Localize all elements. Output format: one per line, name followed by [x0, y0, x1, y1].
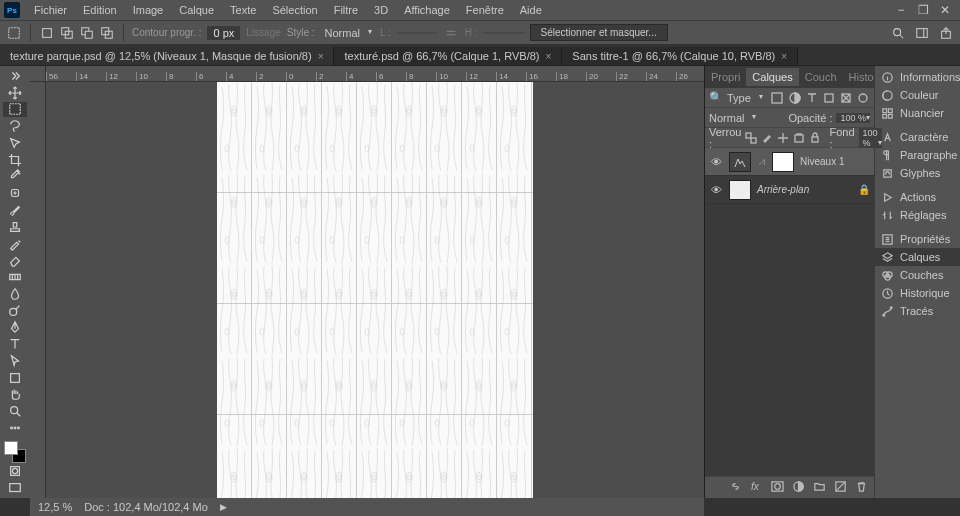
menu-file[interactable]: Fichier — [26, 0, 75, 20]
menu-text[interactable]: Texte — [222, 0, 264, 20]
lock-paint-icon[interactable] — [761, 131, 773, 145]
style-dropdown[interactable]: Normal — [321, 26, 374, 40]
layer-thumb[interactable] — [729, 180, 751, 200]
close-icon[interactable]: × — [545, 51, 551, 62]
stamp-tool[interactable] — [3, 219, 27, 235]
select-and-mask-button[interactable]: Sélectionner et masquer... — [530, 24, 668, 41]
layer-name[interactable]: Niveaux 1 — [800, 156, 844, 167]
blur-tool[interactable] — [3, 286, 27, 302]
tab-layers[interactable]: Calques — [746, 68, 798, 86]
menu-3d[interactable]: 3D — [366, 0, 396, 20]
lock-nest-icon[interactable] — [793, 131, 805, 145]
filter-toggle[interactable] — [857, 91, 870, 105]
blend-mode-dropdown[interactable]: Normal — [709, 112, 756, 124]
chevron-right-icon[interactable]: ▶ — [220, 502, 227, 512]
ruler-origin[interactable] — [30, 66, 46, 82]
adj-thumb[interactable] — [729, 152, 751, 172]
menu-edit[interactable]: Edition — [75, 0, 125, 20]
expand-toolbox[interactable] — [3, 68, 27, 84]
type-tool[interactable] — [3, 336, 27, 352]
filter-type-icon[interactable] — [805, 91, 818, 105]
rail-adjustments[interactable]: Réglages — [875, 206, 960, 224]
marquee-tool[interactable] — [3, 102, 27, 118]
mask-icon[interactable] — [771, 480, 784, 495]
opacity-input[interactable]: 100 % — [836, 113, 870, 123]
zoom-tool[interactable] — [3, 403, 27, 419]
link-layers-icon[interactable] — [729, 480, 742, 495]
fill-input[interactable]: 100 % — [859, 128, 882, 148]
trash-icon[interactable] — [855, 480, 868, 495]
tab-channels[interactable]: Couch — [799, 68, 843, 86]
tab-properties[interactable]: Propri — [705, 68, 746, 86]
new-layer-icon[interactable] — [834, 480, 847, 495]
menu-layer[interactable]: Calque — [171, 0, 222, 20]
quick-mask[interactable] — [3, 464, 27, 480]
history-brush-tool[interactable] — [3, 236, 27, 252]
menu-image[interactable]: Image — [125, 0, 172, 20]
rail-glyphs[interactable]: Glyphes — [875, 164, 960, 182]
brush-tool[interactable] — [3, 202, 27, 218]
pen-tool[interactable] — [3, 319, 27, 335]
crop-tool[interactable] — [3, 152, 27, 168]
lasso-tool[interactable] — [3, 118, 27, 134]
visibility-icon[interactable]: 👁 — [709, 184, 723, 196]
tab-doc-3[interactable]: Sans titre-1 @ 66,7% (Calque 10, RVB/8)× — [562, 47, 798, 65]
rail-swatches[interactable]: Nuancier — [875, 104, 960, 122]
filter-shape-icon[interactable] — [822, 91, 835, 105]
ruler-vertical[interactable] — [30, 82, 46, 498]
color-swatch[interactable] — [4, 441, 26, 463]
visibility-icon[interactable]: 👁 — [709, 156, 723, 168]
eyedropper-tool[interactable] — [3, 169, 27, 185]
lock-all-icon[interactable] — [809, 131, 821, 145]
edit-toolbar[interactable] — [3, 420, 27, 436]
rail-history[interactable]: Historique — [875, 284, 960, 302]
filter-adj-icon[interactable] — [788, 91, 801, 105]
filter-pixel-icon[interactable] — [771, 91, 784, 105]
menu-select[interactable]: Sélection — [264, 0, 325, 20]
viewport[interactable] — [46, 82, 704, 498]
menu-window[interactable]: Fenêtre — [458, 0, 512, 20]
menu-help[interactable]: Aide — [512, 0, 550, 20]
lock-pos-icon[interactable] — [777, 131, 789, 145]
menu-view[interactable]: Affichage — [396, 0, 458, 20]
shape-tool[interactable] — [3, 370, 27, 386]
rail-informations[interactable]: Informations — [875, 68, 960, 86]
search-icon[interactable] — [890, 25, 906, 41]
mask-thumb[interactable] — [772, 152, 794, 172]
layer-row[interactable]: 👁 ⩘ Niveaux 1 — [705, 148, 874, 176]
menu-filter[interactable]: Filtre — [326, 0, 366, 20]
fx-icon[interactable]: fx — [750, 480, 763, 495]
window-restore[interactable]: ❐ — [912, 3, 934, 17]
rail-properties[interactable]: Propriétés — [875, 230, 960, 248]
sel-new-icon[interactable] — [39, 25, 55, 41]
layer-row[interactable]: 👁 Arrière-plan 🔒 — [705, 176, 874, 204]
lock-icon[interactable]: 🔒 — [858, 184, 870, 195]
path-select-tool[interactable] — [3, 353, 27, 369]
layer-name[interactable]: Arrière-plan — [757, 184, 809, 195]
window-minimize[interactable]: − — [890, 3, 912, 17]
filter-smart-icon[interactable] — [840, 91, 853, 105]
close-icon[interactable]: × — [318, 51, 324, 62]
group-icon[interactable] — [813, 480, 826, 495]
feather-input[interactable]: 0 px — [207, 26, 240, 40]
rail-character[interactable]: Caractère — [875, 128, 960, 146]
share-icon[interactable] — [938, 25, 954, 41]
tab-doc-2[interactable]: texturé.psd @ 66,7% (Calque 1, RVB/8)× — [334, 47, 562, 65]
rail-paths[interactable]: Tracés — [875, 302, 960, 320]
ruler-horizontal[interactable]: 5614121086420246810121416182022242628303… — [46, 66, 704, 82]
healing-tool[interactable] — [3, 185, 27, 201]
rail-paragraph[interactable]: Paragraphe — [875, 146, 960, 164]
eraser-tool[interactable] — [3, 252, 27, 268]
sel-add-icon[interactable] — [59, 25, 75, 41]
dodge-tool[interactable] — [3, 303, 27, 319]
document-canvas[interactable] — [217, 82, 533, 498]
workspace-icon[interactable] — [914, 25, 930, 41]
sel-intersect-icon[interactable] — [99, 25, 115, 41]
rail-layers[interactable]: Calques — [875, 248, 960, 266]
window-close[interactable]: ✕ — [934, 3, 956, 17]
hand-tool[interactable] — [3, 387, 27, 403]
filter-kind-dropdown[interactable]: Type — [727, 92, 763, 104]
rail-channels[interactable]: Couches — [875, 266, 960, 284]
move-tool[interactable] — [3, 85, 27, 101]
rail-actions[interactable]: Actions — [875, 188, 960, 206]
